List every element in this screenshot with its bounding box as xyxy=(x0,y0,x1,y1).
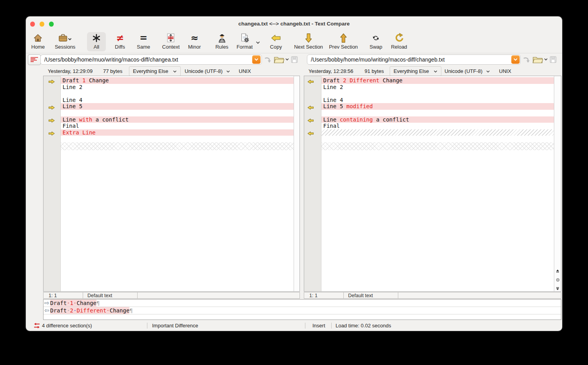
next-section-label: Next Section xyxy=(294,44,323,50)
chevron-down-icon xyxy=(173,70,177,73)
right-cursor-position: 1: 1 xyxy=(309,292,318,299)
window-title: changea.txt <--> changeb.txt - Text Comp… xyxy=(26,16,562,31)
code-line: Line containing a conflict xyxy=(321,116,554,123)
all-icon xyxy=(92,32,101,44)
code-line: Line 5 xyxy=(61,103,294,110)
left-encoding-dropdown[interactable]: Unicode (UTF-8) xyxy=(185,67,230,76)
scroll-to-last-diff-icon[interactable] xyxy=(556,287,559,291)
sessions-button[interactable]: Sessions xyxy=(55,32,76,50)
left-cursor-position: 1: 1 xyxy=(49,292,57,299)
left-line-ending: UNIX xyxy=(239,67,251,76)
format-icon xyxy=(236,32,252,44)
diffs-button[interactable]: ≠ Diffs xyxy=(115,32,125,50)
context-label: Context xyxy=(162,44,180,50)
right-path-text: /Users/bobby/home/muo/writing/macos-diff… xyxy=(311,56,445,63)
swap-button[interactable]: Swap xyxy=(370,32,383,50)
all-label: All xyxy=(92,44,101,50)
chevron-down-icon xyxy=(486,70,490,73)
right-path-dropdown-button[interactable] xyxy=(511,55,520,64)
next-section-button[interactable]: Next Section xyxy=(294,32,323,50)
right-save-button[interactable] xyxy=(549,55,557,64)
next-section-icon xyxy=(294,32,323,44)
left-file-size: 77 bytes xyxy=(103,67,122,76)
folder-icon xyxy=(274,56,284,64)
left-missing-lines-hatch xyxy=(61,142,294,150)
right-browse-chevron-icon[interactable] xyxy=(544,58,548,61)
change-arrow-left-icon[interactable] xyxy=(307,117,314,122)
reload-button[interactable]: Reload xyxy=(391,32,407,50)
copy-icon xyxy=(270,32,282,44)
left-path-dropdown-button[interactable] xyxy=(252,55,261,64)
detail-line: ⇨Draft·1·Change¶ xyxy=(44,300,561,307)
sessions-label: Sessions xyxy=(55,44,76,50)
minor-label: Minor xyxy=(188,44,201,50)
curved-arrow-icon xyxy=(523,56,531,64)
left-path-input[interactable]: /Users/bobby/home/muo/writing/macos-diff… xyxy=(40,54,262,65)
left-ruleset-label: Everything Else xyxy=(133,68,168,74)
same-button[interactable]: = Same xyxy=(137,32,150,50)
change-arrow-right-icon[interactable] xyxy=(48,104,55,109)
right-scrollbar[interactable] xyxy=(554,76,561,291)
right-ruleset-label: Everything Else xyxy=(394,68,429,74)
left-file-pane[interactable]: Draft 1 ChangeLine 2Line 4Line 5Line wit… xyxy=(43,76,300,292)
folder-icon xyxy=(532,56,543,64)
copy-button[interactable]: Copy xyxy=(270,32,282,50)
left-browse-button[interactable] xyxy=(274,55,284,64)
diffs-icon: ≠ xyxy=(115,32,125,44)
context-icon xyxy=(162,32,180,44)
home-label: Home xyxy=(31,44,45,50)
format-button[interactable]: Format xyxy=(236,32,252,50)
left-ruleset-dropdown[interactable]: Everything Else xyxy=(129,66,181,76)
right-path-input[interactable]: /Users/bobby/home/muo/writing/macos-diff… xyxy=(307,54,521,65)
format-dropdown-chevron-icon[interactable] xyxy=(256,41,260,44)
code-line xyxy=(321,110,554,116)
change-arrow-left-icon[interactable] xyxy=(307,78,314,83)
change-arrow-left-icon[interactable] xyxy=(307,130,314,134)
left-browse-chevron-icon[interactable] xyxy=(285,58,289,61)
right-line-ending: UNIX xyxy=(499,67,511,76)
left-file-modified: Yesterday, 12:29:09 xyxy=(48,67,93,76)
prev-section-button[interactable]: Prev Section xyxy=(329,32,358,50)
curved-arrow-icon xyxy=(264,56,272,64)
reload-label: Reload xyxy=(391,44,407,50)
change-arrow-right-icon[interactable] xyxy=(48,117,55,122)
home-button[interactable]: Home xyxy=(31,32,45,50)
code-line xyxy=(321,90,554,97)
prev-section-icon xyxy=(329,32,358,44)
prev-section-label: Prev Section xyxy=(329,44,358,50)
section-list-button[interactable] xyxy=(28,54,41,65)
rules-button[interactable]: Rules xyxy=(215,32,228,50)
scroll-to-first-diff-icon[interactable] xyxy=(556,269,559,273)
chevron-down-icon xyxy=(513,58,518,61)
right-file-pane[interactable]: Draft 2 Different ChangeLine 2Line 4Line… xyxy=(304,76,561,292)
detail-arrow-left-icon: ⇦ xyxy=(44,307,50,314)
left-text-area[interactable]: Draft 1 ChangeLine 2Line 4Line 5Line wit… xyxy=(61,76,294,291)
left-encoding-label: Unicode (UTF-8) xyxy=(185,68,223,74)
left-swap-sides-button[interactable] xyxy=(263,55,273,64)
right-swap-sides-button[interactable] xyxy=(522,55,532,64)
scroll-position-icon[interactable] xyxy=(556,278,560,282)
change-arrow-left-icon[interactable] xyxy=(307,104,314,109)
left-save-button[interactable] xyxy=(290,55,299,64)
left-scrollbar[interactable] xyxy=(294,76,299,291)
code-line: Line 5 modified xyxy=(321,103,554,110)
context-button[interactable]: Context xyxy=(162,32,180,50)
same-icon: = xyxy=(137,32,150,44)
code-line: Final xyxy=(321,123,554,129)
right-text-area[interactable]: Draft 2 Different ChangeLine 2Line 4Line… xyxy=(321,76,554,291)
right-ruleset-dropdown[interactable]: Everything Else xyxy=(390,66,441,76)
right-browse-button[interactable] xyxy=(532,55,543,64)
diffs-label: Diffs xyxy=(115,44,125,50)
right-encoding-dropdown[interactable]: Unicode (UTF-8) xyxy=(445,67,490,76)
all-button[interactable]: All xyxy=(92,32,101,50)
code-line: Draft 2 Different Change xyxy=(321,77,554,84)
minor-button[interactable]: ≈ Minor xyxy=(188,32,201,50)
left-gutter xyxy=(44,76,61,291)
status-importance: Important Difference xyxy=(152,320,198,331)
status-insert-mode: Insert xyxy=(312,320,325,331)
change-arrow-right-icon[interactable] xyxy=(48,130,55,134)
format-label: Format xyxy=(236,44,252,50)
save-icon xyxy=(549,56,557,64)
change-arrow-right-icon[interactable] xyxy=(48,78,55,83)
code-line: Final xyxy=(61,123,294,129)
